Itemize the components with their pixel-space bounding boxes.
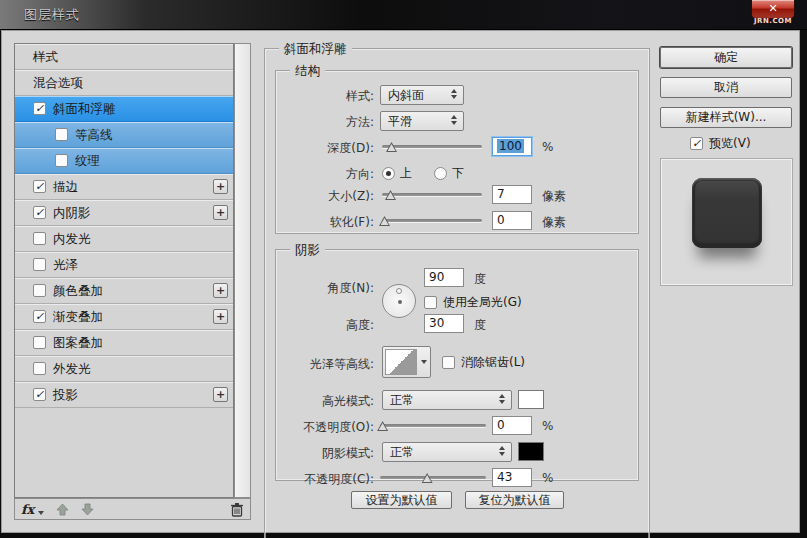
add-drop-shadow-button[interactable]: +	[213, 387, 228, 402]
sidebar-item-bevel-emboss[interactable]: ✓ 斜面和浮雕	[15, 96, 233, 122]
sidebar-item-label: 描边	[53, 174, 78, 199]
panel-title: 斜面和浮雕	[279, 41, 352, 58]
preview-option[interactable]: ✓ 预览(V)	[690, 135, 751, 152]
drop-shadow-checkbox[interactable]: ✓	[33, 388, 46, 401]
bevel-style-select[interactable]: 内斜面	[380, 85, 464, 105]
sidebar-item-pattern-overlay[interactable]: ✓ 图案叠加	[15, 330, 233, 356]
add-color-overlay-button[interactable]: +	[213, 283, 228, 298]
title-bar[interactable]: 图层样式 ✕ JRN.COM	[0, 0, 807, 30]
sidebar-item-gradient-overlay[interactable]: ✓ 渐变叠加 +	[15, 304, 233, 330]
sidebar-item-satin[interactable]: ✓ 光泽	[15, 252, 233, 278]
gloss-contour-picker[interactable]	[382, 346, 431, 378]
gradient-overlay-checkbox[interactable]: ✓	[33, 310, 46, 323]
highlight-opacity-input[interactable]: 0	[492, 416, 532, 435]
altitude-input[interactable]: 30	[424, 314, 464, 333]
anti-aliased-checkbox[interactable]: ✓	[442, 356, 455, 369]
highlight-opacity-slider[interactable]	[380, 419, 486, 433]
make-default-button[interactable]: 设置为默认值	[351, 491, 452, 509]
outer-glow-checkbox[interactable]: ✓	[33, 362, 46, 375]
soften-unit: 像素	[542, 214, 566, 231]
sidebar-item-contour[interactable]: ✓ 等高线	[15, 122, 233, 148]
size-unit: 像素	[542, 188, 566, 205]
shadow-opacity-value: 43	[497, 470, 512, 484]
move-effect-down-icon[interactable]	[81, 503, 94, 516]
highlight-opacity-unit: %	[542, 419, 553, 433]
anti-aliased-option[interactable]: ✓ 消除锯齿(L)	[442, 354, 525, 371]
sidebar-item-blending-options[interactable]: 混合选项	[15, 70, 233, 96]
watermark: JRN.COM	[752, 17, 794, 25]
shadow-mode-select[interactable]: 正常	[382, 442, 512, 462]
anti-aliased-label: 消除锯齿(L)	[461, 354, 525, 371]
shading-group: 阴影 角度(N): 90 度 ✓ 使用全局光(G)	[275, 249, 639, 481]
reset-default-button[interactable]: 复位为默认值	[465, 491, 564, 509]
shadow-opacity-slider[interactable]	[380, 471, 486, 485]
direction-up-radio[interactable]: 上	[382, 165, 412, 182]
sidebar-item-inner-glow[interactable]: ✓ 内发光	[15, 226, 233, 252]
direction-down-radio[interactable]: 下	[434, 165, 464, 182]
technique-select[interactable]: 平滑	[380, 111, 464, 131]
structure-group: 结构 样式: 内斜面 方法: 平滑 深度(D):	[275, 70, 639, 234]
size-value: 7	[497, 187, 505, 201]
shadow-opacity-input[interactable]: 43	[492, 468, 532, 487]
check-icon: ✓	[35, 207, 44, 218]
spinner-arrows-icon	[499, 394, 506, 404]
gloss-contour-label: 光泽等高线:	[276, 356, 374, 373]
sidebar-item-inner-shadow[interactable]: ✓ 内阴影 +	[15, 200, 233, 226]
size-input[interactable]: 7	[492, 185, 532, 204]
texture-checkbox[interactable]: ✓	[55, 154, 68, 167]
dialog-body: 样式 混合选项 ✓ 斜面和浮雕 ✓ 等高线 ✓ 纹理 ✓ 描边 +	[1, 30, 800, 533]
contour-checkbox[interactable]: ✓	[55, 128, 68, 141]
sidebar-item-styles[interactable]: 样式	[15, 44, 233, 70]
inner-shadow-checkbox[interactable]: ✓	[33, 206, 46, 219]
sidebar-item-stroke[interactable]: ✓ 描边 +	[15, 174, 233, 200]
check-icon: ✓	[35, 181, 44, 192]
sidebar-item-color-overlay[interactable]: ✓ 颜色叠加 +	[15, 278, 233, 304]
style-preview-panel	[660, 158, 793, 286]
add-inner-shadow-button[interactable]: +	[213, 205, 228, 220]
sidebar-item-drop-shadow[interactable]: ✓ 投影 +	[15, 382, 233, 408]
depth-slider[interactable]	[382, 140, 482, 154]
sidebar-item-label: 内发光	[53, 226, 91, 251]
sidebar-item-label: 渐变叠加	[53, 304, 103, 329]
delete-effect-trash-icon[interactable]	[230, 502, 244, 517]
global-light-option[interactable]: ✓ 使用全局光(G)	[424, 294, 522, 311]
radio-dot-icon	[382, 167, 395, 180]
layer-style-dialog-window: 图层样式 ✕ JRN.COM 样式 混合选项 ✓ 斜面和浮雕 ✓ 等高线 ✓ 纹…	[0, 0, 807, 538]
sidebar-item-texture[interactable]: ✓ 纹理	[15, 148, 233, 174]
add-stroke-button[interactable]: +	[213, 179, 228, 194]
inner-glow-checkbox[interactable]: ✓	[33, 232, 46, 245]
global-light-label: 使用全局光(G)	[443, 294, 522, 311]
fx-menu-button[interactable]: fx	[21, 502, 34, 517]
highlight-mode-select[interactable]: 正常	[382, 390, 512, 410]
style-preview-thumbnail	[692, 178, 762, 248]
move-effect-up-icon[interactable]	[56, 503, 69, 516]
depth-input[interactable]: 100	[492, 137, 532, 156]
preview-checkbox[interactable]: ✓	[690, 137, 703, 150]
stroke-checkbox[interactable]: ✓	[33, 180, 46, 193]
shadow-color-swatch[interactable]	[518, 442, 544, 461]
pattern-overlay-checkbox[interactable]: ✓	[33, 336, 46, 349]
cancel-button[interactable]: 取消	[660, 77, 792, 98]
sidebar-item-outer-glow[interactable]: ✓ 外发光	[15, 356, 233, 382]
highlight-color-swatch[interactable]	[518, 390, 544, 409]
style-list-scrollbar[interactable]	[234, 43, 251, 498]
style-label: 样式:	[276, 88, 374, 105]
size-slider[interactable]	[382, 188, 482, 202]
new-style-button[interactable]: 新建样式(W)...	[660, 107, 792, 128]
dialog-title: 图层样式	[24, 6, 80, 24]
soften-slider[interactable]	[382, 214, 482, 228]
ok-button[interactable]: 确定	[660, 47, 792, 68]
add-gradient-overlay-button[interactable]: +	[213, 309, 228, 324]
global-light-checkbox[interactable]: ✓	[424, 296, 437, 309]
preview-label: 预览(V)	[709, 135, 751, 152]
satin-checkbox[interactable]: ✓	[33, 258, 46, 271]
soften-label: 软化(F):	[276, 214, 374, 231]
shading-group-title: 阴影	[290, 242, 325, 259]
bevel-emboss-panel: 斜面和浮雕 结构 样式: 内斜面 方法: 平滑	[264, 48, 650, 538]
color-overlay-checkbox[interactable]: ✓	[33, 284, 46, 297]
soften-input[interactable]: 0	[492, 211, 532, 230]
structure-group-title: 结构	[290, 63, 325, 80]
highlight-mode-value: 正常	[390, 392, 414, 409]
bevel-emboss-checkbox[interactable]: ✓	[33, 102, 46, 115]
angle-input[interactable]: 90	[424, 268, 464, 287]
